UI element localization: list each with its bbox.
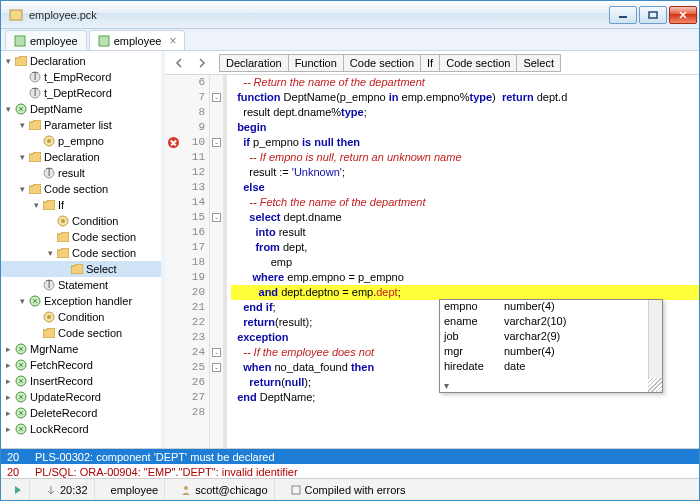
tree-node[interactable]: Code section [1, 325, 161, 341]
file-tab[interactable]: employee [5, 30, 87, 50]
folder-icon [56, 247, 70, 259]
code-line[interactable]: -- Fetch the name of the department [231, 195, 699, 210]
code-line[interactable]: result dept.dname%type; [231, 105, 699, 120]
error-marker-icon[interactable] [168, 137, 179, 148]
code-line[interactable]: -- If empno is null, return an unknown n… [231, 150, 699, 165]
tab-close-icon[interactable]: × [169, 35, 176, 47]
popup-resize-grip[interactable] [648, 378, 662, 392]
tree-twisty-icon[interactable]: ▾ [17, 184, 28, 194]
code-line[interactable]: function DeptName(p_empno in emp.empno%t… [231, 90, 699, 105]
tree-twisty-icon[interactable]: ▸ [3, 424, 14, 434]
code-line[interactable]: else [231, 180, 699, 195]
tree-label: Declaration [42, 151, 100, 163]
tree-twisty-icon[interactable]: ▾ [17, 152, 28, 162]
code-line[interactable]: where emp.empno = p_empno [231, 270, 699, 285]
tree-node[interactable]: ▸FetchRecord [1, 357, 161, 373]
tree-node[interactable]: ▸LockRecord [1, 421, 161, 437]
breadcrumb-item[interactable]: Declaration [219, 54, 289, 72]
fold-toggle-icon[interactable]: - [212, 363, 221, 372]
file-tab[interactable]: employee × [89, 30, 186, 50]
tree-node[interactable]: Condition [1, 213, 161, 229]
tree-node[interactable]: ▾Exception handler [1, 293, 161, 309]
completion-item[interactable]: mgrnumber(4) [440, 345, 662, 360]
tree-twisty-icon[interactable]: ▾ [31, 200, 42, 210]
completion-item[interactable]: empnonumber(4) [440, 300, 662, 315]
tree-label: result [56, 167, 85, 179]
tree-node[interactable]: ▸InsertRecord [1, 373, 161, 389]
breadcrumb-item[interactable]: Code section [343, 54, 421, 72]
code-line[interactable]: if p_empno is null then [231, 135, 699, 150]
code-line[interactable]: into result [231, 225, 699, 240]
svg-text:T: T [46, 167, 53, 178]
popup-scrollbar[interactable] [648, 300, 662, 378]
line-number: 9 [183, 120, 205, 135]
tree-node[interactable]: Tt_EmpRecord [1, 69, 161, 85]
tree-node[interactable]: p_empno [1, 133, 161, 149]
code-completion-popup[interactable]: empnonumber(4)enamevarchar2(10)jobvarcha… [439, 299, 663, 393]
code-line[interactable]: result := 'Unknown'; [231, 165, 699, 180]
code-line[interactable]: begin [231, 120, 699, 135]
tree-twisty-icon[interactable]: ▾ [45, 248, 56, 258]
tree-node[interactable]: ▸DeleteRecord [1, 405, 161, 421]
line-number: 28 [183, 405, 205, 420]
code-line[interactable]: from dept, [231, 240, 699, 255]
code-editor[interactable]: 6789101112131415161718192021222324252627… [165, 75, 699, 448]
tree-node[interactable]: ▾If [1, 197, 161, 213]
tree-node[interactable]: Select [1, 261, 161, 277]
error-row[interactable]: 20 PLS-00302: component 'DEPT' must be d… [1, 449, 699, 464]
tree-twisty-icon[interactable]: ▸ [3, 344, 14, 354]
tree-label: InsertRecord [28, 375, 93, 387]
structure-tree[interactable]: ▾DeclarationTt_EmpRecordTt_DeptRecord▾De… [1, 51, 165, 448]
breadcrumb-item[interactable]: Function [288, 54, 344, 72]
minimize-button[interactable] [609, 6, 637, 24]
tree-node[interactable]: TStatement [1, 277, 161, 293]
close-button[interactable] [669, 6, 697, 24]
breadcrumb-item[interactable]: Code section [439, 54, 517, 72]
breadcrumb-item[interactable]: Select [516, 54, 561, 72]
fold-toggle-icon[interactable]: - [212, 138, 221, 147]
code-line[interactable] [231, 405, 699, 420]
tree-node[interactable]: ▾DeptName [1, 101, 161, 117]
fold-toggle-icon[interactable]: - [212, 93, 221, 102]
code-line[interactable]: select dept.dname [231, 210, 699, 225]
error-line: 20 [7, 466, 27, 478]
tree-node[interactable]: Code section [1, 229, 161, 245]
nav-forward-button[interactable] [192, 53, 212, 73]
tree-node[interactable]: Tresult [1, 165, 161, 181]
tree-twisty-icon[interactable]: ▾ [17, 120, 28, 130]
status-run-icon[interactable] [7, 479, 30, 500]
tree-twisty-icon[interactable]: ▸ [3, 392, 14, 402]
code-line[interactable]: -- Return the name of the department [231, 75, 699, 90]
tree-twisty-icon[interactable]: ▸ [3, 408, 14, 418]
tree-node[interactable]: Tt_DeptRecord [1, 85, 161, 101]
tree-node[interactable]: ▸MgrName [1, 341, 161, 357]
tree-twisty-icon[interactable]: ▾ [3, 104, 14, 114]
nav-back-button[interactable] [169, 53, 189, 73]
tree-label: Exception handler [42, 295, 132, 307]
tree-node[interactable]: ▸UpdateRecord [1, 389, 161, 405]
line-number: 23 [183, 330, 205, 345]
fold-toggle-icon[interactable]: - [212, 348, 221, 357]
tree-label: Statement [56, 279, 108, 291]
code-line[interactable]: and dept.deptno = emp.dept; [231, 285, 699, 300]
tree-node[interactable]: ▾Parameter list [1, 117, 161, 133]
breadcrumb-item[interactable]: If [420, 54, 440, 72]
maximize-button[interactable] [639, 6, 667, 24]
tree-twisty-icon[interactable]: ▸ [3, 360, 14, 370]
tree-node[interactable]: ▾Code section [1, 245, 161, 261]
fold-toggle-icon[interactable]: - [212, 213, 221, 222]
error-row[interactable]: 20 PL/SQL: ORA-00904: "EMP"."DEPT": inva… [1, 464, 699, 479]
code-line[interactable]: emp [231, 255, 699, 270]
completion-item[interactable]: hiredatedate [440, 360, 662, 375]
completion-name: job [444, 330, 504, 345]
tree-node[interactable]: ▾Code section [1, 181, 161, 197]
completion-item[interactable]: jobvarchar2(9) [440, 330, 662, 345]
tree-twisty-icon[interactable]: ▸ [3, 376, 14, 386]
tree-node[interactable]: ▾Declaration [1, 53, 161, 69]
tree-node[interactable]: ▾Declaration [1, 149, 161, 165]
completion-item[interactable]: enamevarchar2(10) [440, 315, 662, 330]
tree-node[interactable]: Condition [1, 309, 161, 325]
popup-expand-icon[interactable]: ▾ [444, 380, 449, 391]
tree-twisty-icon[interactable]: ▾ [17, 296, 28, 306]
tree-twisty-icon[interactable]: ▾ [3, 56, 14, 66]
